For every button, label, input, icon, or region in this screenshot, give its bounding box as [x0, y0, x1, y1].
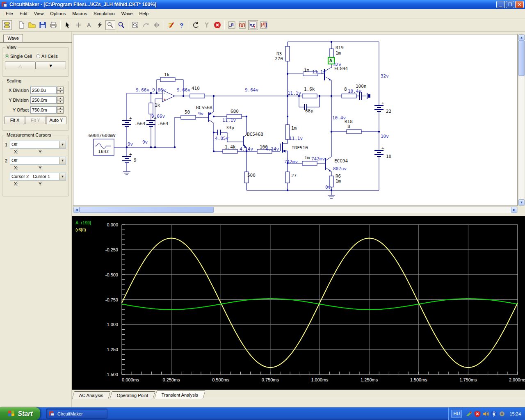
- y-division-spinner[interactable]: ▲▼: [57, 96, 64, 104]
- minimize-button[interactable]: _: [496, 1, 505, 8]
- close-button[interactable]: ✕: [515, 1, 524, 8]
- start-button[interactable]: Start: [0, 407, 40, 420]
- schematic-label: 8: [347, 124, 350, 129]
- zoom-tool-icon[interactable]: [116, 20, 126, 30]
- wave-tab[interactable]: Wave: [3, 34, 23, 42]
- app-window: CircuitMaker - [C:\Program Files\...\KZs…: [0, 0, 525, 407]
- arrow-tool-icon[interactable]: [63, 20, 73, 30]
- save-file-icon[interactable]: [38, 20, 48, 30]
- help-icon[interactable]: ?: [177, 20, 187, 30]
- radio-all-cells[interactable]: All Cells: [36, 54, 58, 59]
- tab-transient-analysis[interactable]: Transient Analysis: [154, 390, 205, 399]
- part-bin-icon[interactable]: [2, 20, 12, 30]
- schematic-label: +: [154, 116, 157, 121]
- menu-macros[interactable]: Macros: [69, 10, 90, 17]
- scaling-group: Scaling X Division 250.0u ▲▼ Y Division …: [2, 81, 69, 131]
- x-division-input[interactable]: 250.0u: [30, 87, 57, 94]
- svg-text:?: ?: [180, 22, 183, 29]
- delete-tool-icon[interactable]: [95, 20, 105, 30]
- bluetooth-icon[interactable]: [491, 411, 497, 417]
- menu-help[interactable]: Help: [136, 10, 152, 17]
- analog-waveforms-icon[interactable]: [248, 20, 258, 30]
- mirror-icon[interactable]: [152, 20, 162, 30]
- schematic-label: A: [329, 58, 332, 63]
- y-division-input[interactable]: 250.0m: [30, 96, 57, 104]
- svg-text:1.500ms: 1.500ms: [410, 377, 428, 382]
- schematic-label: 32v: [333, 62, 341, 67]
- scroll-left-button[interactable]: ◀: [73, 207, 80, 213]
- svg-text:-1.500: -1.500: [105, 372, 118, 377]
- svg-text:0.750ms: 0.750ms: [262, 377, 279, 382]
- zoom-window-icon[interactable]: [130, 20, 140, 30]
- tablet-pen-icon[interactable]: [466, 411, 472, 417]
- menu-file[interactable]: File: [2, 10, 16, 17]
- cell-down-button[interactable]: ▼: [36, 62, 66, 69]
- schematic-canvas[interactable]: -+ 1k9.66v9.66v9.66v4101k9.66v.664.664++…: [73, 34, 518, 206]
- cursor2-select[interactable]: Off▼: [10, 157, 66, 164]
- svg-text:0.250ms: 0.250ms: [163, 377, 180, 382]
- scroll-right-button[interactable]: ▶: [511, 207, 517, 213]
- menu-options[interactable]: Options: [47, 10, 69, 17]
- new-file-icon[interactable]: [16, 20, 26, 30]
- schematic-label: 10.4v: [348, 89, 361, 94]
- radio-single-cell[interactable]: Single Cell: [5, 54, 32, 59]
- menu-edit[interactable]: Edit: [16, 10, 31, 17]
- maximize-button[interactable]: ❐: [506, 1, 514, 8]
- schematic-label: R19: [336, 45, 344, 50]
- y-offset-spinner[interactable]: ▲▼: [57, 106, 64, 114]
- stop-simulation-icon[interactable]: [212, 20, 222, 30]
- wire-tool-icon[interactable]: [73, 20, 83, 30]
- schematic-horizontal-scrollbar[interactable]: ◀ ▶: [73, 206, 518, 213]
- waveform-plot[interactable]: 0.000-0.250-0.500-0.750-1.000-1.250-1.50…: [72, 216, 525, 390]
- taskbar-item-circuitmaker[interactable]: CircuitMaker: [46, 409, 107, 419]
- schematic-label: 9v: [198, 111, 203, 116]
- menu-wave[interactable]: Wave: [118, 10, 136, 17]
- svg-text:-1.250: -1.250: [105, 347, 118, 352]
- cursor1-select[interactable]: Off▼: [10, 141, 66, 148]
- schematic-label: 10.4v: [332, 115, 346, 121]
- x-division-spinner[interactable]: ▲▼: [57, 87, 64, 94]
- svg-text:0.000: 0.000: [107, 222, 118, 227]
- title-bar: CircuitMaker - [C:\Program Files\...\KZs…: [0, 0, 525, 9]
- step-icon[interactable]: [227, 20, 237, 30]
- digital-display-icon[interactable]: [259, 20, 269, 30]
- fit-x-button[interactable]: Fit X: [5, 116, 25, 124]
- print-icon[interactable]: [48, 20, 58, 30]
- y-offset-input[interactable]: 750.0m: [30, 106, 57, 114]
- reset-icon[interactable]: [191, 20, 201, 30]
- schematic-label: .664: [135, 121, 146, 126]
- schematic-vertical-scrollbar[interactable]: ▲ ▼: [518, 34, 525, 206]
- schematic-label: 10: [386, 154, 391, 159]
- edit-simulation-icon[interactable]: [166, 20, 176, 30]
- auto-y-button[interactable]: Auto Y: [46, 116, 66, 124]
- schematic-label: 9.66v: [151, 114, 165, 119]
- cursor-diff-select[interactable]: Cursor 2 - Cursor 1▼: [10, 173, 66, 180]
- schematic-label: 9v: [128, 142, 133, 147]
- language-indicator[interactable]: HU: [451, 410, 462, 418]
- menu-view[interactable]: View: [31, 10, 47, 17]
- volume-icon[interactable]: [482, 411, 489, 417]
- vertical-scroll-thumb[interactable]: [518, 41, 525, 76]
- text-tool-icon[interactable]: A: [84, 20, 94, 30]
- scroll-up-button[interactable]: ▲: [518, 34, 525, 41]
- rotate-icon[interactable]: [141, 20, 151, 30]
- tab-ac-analysis[interactable]: AC Analysis: [72, 391, 110, 399]
- security-alert-icon[interactable]: [474, 411, 481, 417]
- tab-operating-point[interactable]: Operating Point: [110, 391, 155, 399]
- horizontal-scroll-thumb[interactable]: [80, 207, 214, 213]
- menu-simulation[interactable]: Simulation: [90, 10, 118, 17]
- device-icon[interactable]: [499, 411, 505, 417]
- schematic-label: 500: [247, 173, 256, 178]
- probe-tool-icon[interactable]: [105, 20, 115, 30]
- fit-y-button[interactable]: Fit Y: [25, 116, 46, 124]
- schematic-label: 0v: [325, 185, 331, 190]
- cell-up-button[interactable]: △: [5, 62, 36, 69]
- digital-run-icon[interactable]: [237, 20, 247, 30]
- open-file-icon[interactable]: [27, 20, 37, 30]
- svg-text:A: A: [87, 22, 91, 28]
- cursor2-xy: X:Y:: [14, 165, 68, 170]
- tools-icon[interactable]: [202, 20, 212, 30]
- y-offset-label: Y Offset: [5, 107, 29, 112]
- scroll-down-button[interactable]: ▼: [518, 199, 525, 205]
- schematic-label: +: [381, 146, 384, 151]
